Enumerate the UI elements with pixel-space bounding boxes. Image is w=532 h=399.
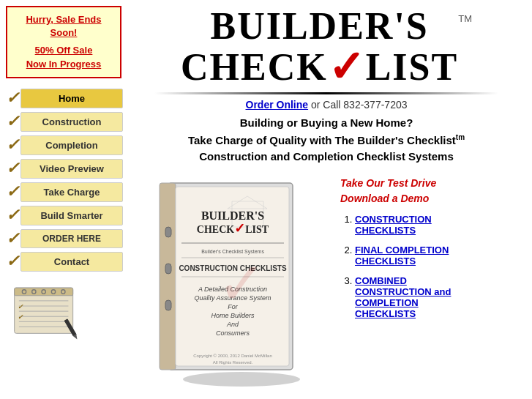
nav-btn-home[interactable]: Home — [20, 89, 123, 108]
promo-line3: 50% Off Sale Now In Progress — [16, 44, 111, 70]
nav-item-take-charge[interactable]: ✓ Take Charge — [6, 182, 123, 202]
checkmark-icon: ✓ — [6, 229, 19, 248]
nav-item-construction[interactable]: ✓ Construction — [6, 112, 123, 132]
svg-text:BUILDER'S: BUILDER'S — [201, 209, 264, 222]
combined-construction-checklists-link[interactable]: COMBINEDCONSTRUCTION andCOMPLETIONCHECKL… — [355, 275, 451, 319]
list-item: CONSTRUCTIONCHECKLISTS — [355, 214, 525, 236]
list-item: COMBINEDCONSTRUCTION andCOMPLETIONCHECKL… — [355, 275, 525, 319]
final-completion-checklists-link[interactable]: FINAL COMPLETIONCHECKLISTS — [355, 245, 449, 266]
logo-divider — [154, 92, 498, 94]
nav-item-order-here[interactable]: ✓ ORDER HERE — [6, 229, 123, 248]
svg-rect-1 — [15, 288, 73, 296]
svg-rect-22 — [165, 300, 171, 310]
order-phone-text: or Call 832-377-7203 — [311, 99, 408, 111]
checkmark-icon: ✓ — [6, 112, 19, 131]
checkmark-icon: ✓ — [6, 89, 19, 108]
nav-item-build-smarter[interactable]: ✓ Build Smarter — [6, 206, 123, 225]
test-drive-text: Take Our Test Drive Download a Demo — [340, 176, 525, 206]
tagline-tm: tm — [456, 133, 465, 141]
order-line: Order Online or Call 832-377-7203 — [246, 99, 408, 111]
logo-line1: BUILDER'S — [181, 7, 458, 45]
sidebar-notepad-image: ✓ ✓ — [6, 283, 123, 341]
nav-btn-video-preview[interactable]: Video Preview — [20, 159, 123, 179]
right-panel: Take Our Test Drive Download a Demo CONS… — [329, 176, 525, 388]
checkmark-icon: ✓ — [6, 182, 19, 201]
svg-rect-20 — [165, 227, 171, 237]
svg-text:✓: ✓ — [18, 313, 23, 321]
list-item: FINAL COMPLETIONCHECKLISTS — [355, 245, 525, 266]
nav-btn-contact[interactable]: Contact — [20, 252, 123, 272]
nav-btn-build-smarter[interactable]: Build Smarter — [20, 206, 123, 225]
svg-text:✓: ✓ — [217, 252, 266, 316]
binder-image-area: BUILDER'S CHECK✓LIST Builder's Checklist… — [139, 176, 329, 388]
tagline: Building or Buying a New Home? Take Char… — [181, 115, 472, 165]
logo-area: BUILDER'S CHECK✓LIST TM Order Online or … — [135, 7, 517, 168]
nav-item-completion[interactable]: ✓ Completion — [6, 135, 123, 155]
main-content: BUILDER'S CHECK✓LIST TM Order Online or … — [135, 0, 532, 399]
check-mark-logo: ✓ — [328, 45, 366, 89]
checkmark-icon: ✓ — [6, 252, 19, 271]
svg-point-17 — [183, 372, 300, 387]
nav-item-contact[interactable]: ✓ Contact — [6, 252, 123, 272]
promo-box: Hurry, Sale Ends Soon! 50% Off Sale Now … — [6, 6, 121, 78]
binder-svg: BUILDER'S CHECK✓LIST Builder's Checklist… — [146, 176, 322, 388]
checklist-list: CONSTRUCTIONCHECKLISTS FINAL COMPLETIONC… — [340, 214, 525, 328]
sidebar: Hurry, Sale Ends Soon! 50% Off Sale Now … — [0, 0, 135, 399]
nav-btn-take-charge[interactable]: Take Charge — [20, 182, 123, 202]
order-online-link[interactable]: Order Online — [246, 99, 309, 111]
logo-line2: CHECK✓LIST — [181, 45, 458, 89]
content-area: BUILDER'S CHECK✓LIST Builder's Checklist… — [135, 168, 532, 388]
svg-text:And: And — [226, 321, 239, 328]
nav-item-video-preview[interactable]: ✓ Video Preview — [6, 159, 123, 179]
nav-btn-order-here[interactable]: ORDER HERE — [20, 229, 123, 248]
header: BUILDER'S CHECK✓LIST TM Order Online or … — [135, 0, 532, 168]
svg-text:Consumers: Consumers — [216, 329, 250, 337]
checkmark-icon: ✓ — [6, 206, 19, 225]
svg-text:✓: ✓ — [18, 302, 23, 310]
nav-btn-construction[interactable]: Construction — [20, 112, 123, 132]
svg-text:All Rights Reserved.: All Rights Reserved. — [213, 360, 253, 365]
tm-mark: TM — [458, 7, 472, 24]
svg-text:Copyright © 2000, 2012 Daniel : Copyright © 2000, 2012 Daniel McMillan — [193, 354, 271, 358]
promo-line1: Hurry, Sale Ends Soon! — [16, 13, 111, 40]
svg-rect-19 — [160, 183, 176, 370]
nav-btn-completion[interactable]: Completion — [20, 135, 123, 155]
checkmark-icon: ✓ — [6, 159, 19, 178]
svg-rect-21 — [165, 264, 171, 274]
nav-item-home[interactable]: ✓ Home — [6, 89, 123, 108]
construction-checklists-link[interactable]: CONSTRUCTIONCHECKLISTS — [355, 214, 432, 236]
checkmark-icon: ✓ — [6, 135, 19, 154]
